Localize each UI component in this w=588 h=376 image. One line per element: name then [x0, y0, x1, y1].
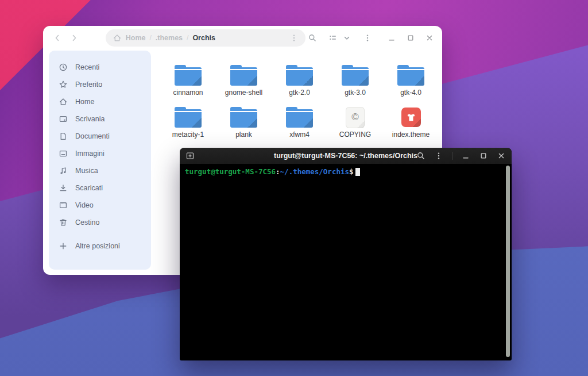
file-item-xfwm4[interactable]: xfwm4 [274, 105, 325, 139]
maximize-icon [406, 33, 415, 43]
chevron-right-icon [69, 33, 79, 43]
terminal-minimize-button[interactable] [461, 151, 470, 160]
star-icon [59, 80, 68, 89]
terminal-prompt: turgut@turgut-MS-7C56:~/.themes/Orchis$ [185, 167, 506, 176]
file-label: gtk-4.0 [400, 89, 421, 97]
file-item-index-theme[interactable]: index.theme [385, 105, 436, 139]
trash-icon [59, 218, 68, 227]
sidebar-item-scaricati[interactable]: Scaricati [49, 179, 151, 197]
breadcrumb-themes[interactable]: .themes [156, 34, 183, 42]
search-icon [308, 33, 317, 43]
headerbar-actions [308, 33, 372, 43]
file-label: gnome-shell [225, 89, 262, 97]
sidebar-item-preferito[interactable]: Preferito [49, 76, 151, 93]
terminal-menu-button[interactable] [434, 151, 443, 160]
terminal-scrollbar-thumb[interactable] [506, 166, 510, 357]
list-view-icon [328, 33, 338, 43]
terminal-window: turgut@turgut-MS-7C56: ~/.themes/Orchis … [180, 148, 512, 360]
terminal-title: turgut@turgut-MS-7C56: ~/.themes/Orchis [274, 152, 417, 160]
minimize-button[interactable] [387, 33, 396, 43]
maximize-icon [479, 151, 488, 160]
sidebar-item-label: Scaricati [75, 184, 103, 192]
image-icon [59, 149, 68, 158]
file-label: index.theme [392, 131, 430, 139]
folder-icon [230, 107, 257, 128]
file-label: gtk-2.0 [289, 89, 310, 97]
close-icon [497, 151, 506, 160]
sidebar-item-label: Preferito [75, 80, 102, 89]
clock-icon [59, 63, 68, 72]
sidebar-item-home[interactable]: Home [49, 93, 151, 110]
titlebar-divider [452, 152, 452, 160]
prompt-user-host: turgut@turgut-MS-7C56 [185, 167, 276, 176]
sidebar-item-label: Immagini [75, 149, 105, 158]
sidebar-item-altre-posizioni[interactable]: Altre posizioni [49, 237, 151, 255]
file-item-gtk-4-0[interactable]: gtk-4.0 [385, 63, 436, 97]
terminal-screen[interactable]: turgut@turgut-MS-7C56:~/.themes/Orchis$ [180, 164, 512, 360]
sidebar-item-documenti[interactable]: Documenti [49, 128, 151, 145]
sidebar-item-video[interactable]: Video [49, 197, 151, 214]
file-item-plank[interactable]: plank [218, 105, 269, 139]
file-label: cinnamon [173, 89, 203, 97]
minimize-icon [387, 33, 396, 43]
forward-button[interactable] [67, 30, 81, 46]
file-item-copying[interactable]: © COPYING [330, 105, 381, 139]
sidebar-item-immagini[interactable]: Immagini [49, 145, 151, 162]
file-manager-headerbar: Home / .themes / Orchis [43, 26, 442, 50]
close-button[interactable] [425, 33, 434, 43]
new-tab-button[interactable] [185, 151, 195, 160]
file-label: xfwm4 [289, 131, 310, 139]
license-file-icon: © [346, 107, 365, 128]
back-button[interactable] [50, 30, 64, 46]
breadcrumb-separator: / [149, 34, 151, 42]
breadcrumb[interactable]: Home / .themes / Orchis [106, 29, 305, 47]
window-controls [387, 33, 434, 43]
chevron-down-icon [342, 33, 351, 43]
search-icon [416, 151, 425, 160]
chevron-left-icon [53, 33, 62, 43]
file-item-metacity-1[interactable]: metacity-1 [163, 105, 214, 139]
file-item-gnome-shell[interactable]: gnome-shell [218, 63, 269, 97]
home-icon [59, 97, 68, 106]
breadcrumb-current-orchis[interactable]: Orchis [192, 34, 215, 42]
file-item-gtk-2-0[interactable]: gtk-2.0 [274, 63, 325, 97]
breadcrumb-home[interactable]: Home [126, 34, 146, 42]
sidebar-item-label: Home [75, 98, 94, 106]
terminal-cursor [355, 168, 360, 176]
sidebar-item-label: Scrivania [75, 115, 105, 123]
prompt-colon: : [276, 167, 280, 176]
terminal-close-button[interactable] [497, 151, 506, 160]
maximize-button[interactable] [406, 33, 415, 43]
search-button[interactable] [308, 33, 317, 43]
file-manager-sidebar: Recenti Preferito Home Scrivania Documen… [49, 51, 151, 270]
file-label: gtk-3.0 [345, 89, 366, 97]
folder-icon [286, 107, 313, 128]
sidebar-item-scrivania[interactable]: Scrivania [49, 110, 151, 128]
path-menu-icon[interactable] [289, 33, 299, 43]
folder-icon [175, 107, 202, 128]
sidebar-item-label: Cestino [75, 218, 99, 227]
folder-icon [342, 65, 369, 86]
sidebar-item-recenti[interactable]: Recenti [49, 59, 151, 76]
sidebar-item-cestino[interactable]: Cestino [49, 214, 151, 231]
terminal-titlebar: turgut@turgut-MS-7C56: ~/.themes/Orchis [180, 148, 512, 164]
close-icon [425, 33, 434, 43]
sidebar-item-musica[interactable]: Musica [49, 162, 151, 179]
document-icon [59, 132, 68, 141]
home-icon [113, 33, 122, 43]
music-icon [59, 166, 68, 175]
file-item-cinnamon[interactable]: cinnamon [163, 63, 214, 97]
window-menu-button[interactable] [363, 33, 372, 43]
terminal-search-button[interactable] [416, 151, 425, 160]
file-label: plank [235, 131, 252, 139]
sidebar-item-label: Recenti [75, 63, 99, 71]
view-toggle-button[interactable] [328, 33, 351, 43]
terminal-maximize-button[interactable] [479, 151, 488, 160]
minimize-icon [461, 151, 470, 160]
file-item-gtk-3-0[interactable]: gtk-3.0 [330, 63, 381, 97]
prompt-path: ~/.themes/Orchis [280, 167, 349, 176]
folder-icon [175, 65, 202, 86]
file-grid: cinnamon gnome-shell gtk-2.0 gtk-3.0 gtk… [163, 63, 436, 139]
file-label: COPYING [339, 131, 371, 139]
video-icon [59, 201, 68, 210]
